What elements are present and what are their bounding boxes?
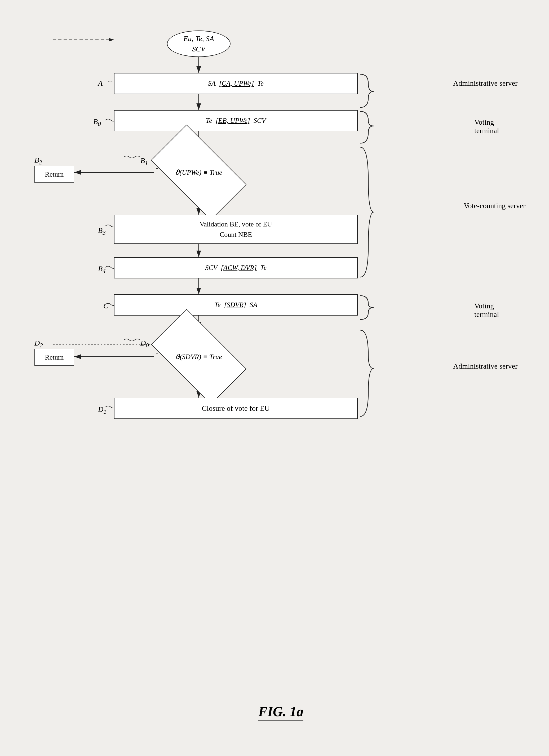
node-a-box: SA [CA, UPWe] Te [114,73,358,94]
label-B1: B1 [141,156,148,167]
node-b4-content: SCV [ACW, DVR] Te [205,264,267,272]
label-administrative-server-1: Administrative server [453,79,533,88]
node-a-content: SA [CA, UPWe] Te [208,80,264,88]
node-b1-diamond-wrapper: ϑ(UPWe) ≡ True [154,146,244,199]
diagram-container: + - + - Eu, Te, SA SCV SA [21,16,541,732]
return-box-b2: Return [34,166,74,183]
start-node: Eu, Te, SA SCV [167,30,231,57]
return-box-d2: Return [34,349,74,366]
node-d1-content: Closure of vote for EU [202,404,270,413]
label-C: C [103,302,108,310]
node-c-content: Te [SDVR] SA [214,301,257,309]
label-D0: D0 [141,339,149,349]
label-administrative-server-2: Administrative server [453,362,533,370]
label-B4: B4 [98,265,106,275]
node-b3-content: Validation BE, vote of EUCount NBE [200,219,272,240]
node-d0-diamond-wrapper: ϑ(SDVR) ≡ True [154,329,244,384]
label-B2: B2 [34,156,42,166]
node-b1-text: ϑ(UPWe) ≡ True [175,168,222,177]
start-text-line1: Eu, Te, SA SCV [183,33,214,54]
node-b3-box: Validation BE, vote of EUCount NBE [114,215,358,244]
node-b0-content: Te [EB, UPWe] SCV [206,117,266,125]
label-voting-terminal-1: Votingterminal [474,118,533,135]
return-b2-text: Return [45,171,64,178]
node-c-box: Te [SDVR] SA [114,294,358,316]
label-D2: D2 [34,339,43,349]
node-d1-box: Closure of vote for EU [114,398,358,419]
node-d0-text: ϑ(SDVR) ≡ True [176,353,222,361]
label-B3: B3 [98,226,106,236]
node-b0-box: Te [EB, UPWe] SCV [114,110,358,131]
label-D1: D1 [98,405,107,415]
figure-title: FIG. 1a [258,704,303,721]
label-A: A ⌒ [98,79,112,88]
label-voting-terminal-2: Votingterminal [474,302,533,319]
node-b4-box: SCV [ACW, DVR] Te [114,257,358,278]
return-d2-text: Return [45,353,64,361]
label-B0: B0 [93,117,101,128]
label-vote-counting-server: Vote-counting server [464,202,533,210]
